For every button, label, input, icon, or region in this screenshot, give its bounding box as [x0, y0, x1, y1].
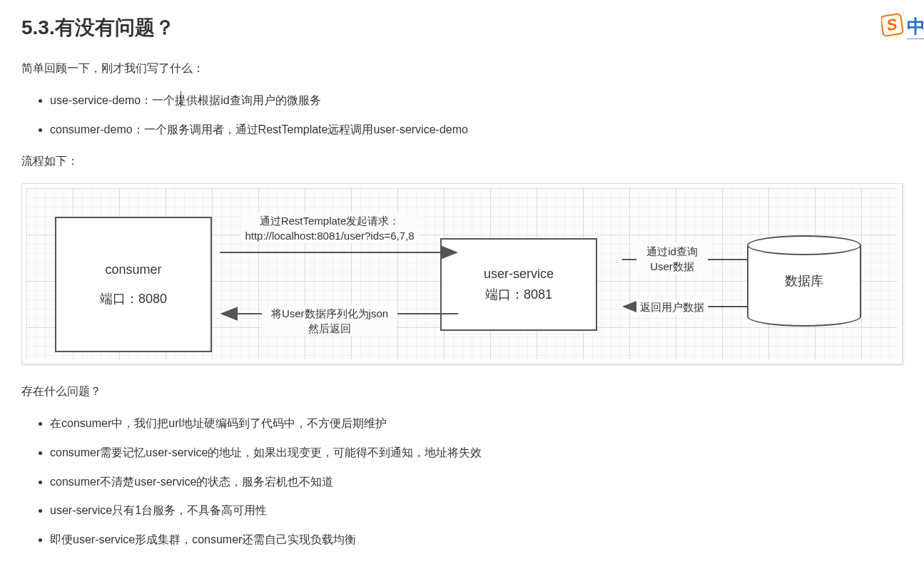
flow-label: 流程如下：	[21, 151, 903, 172]
database-label: 数据库	[785, 272, 823, 289]
document-content: 5.3.有没有问题？ 简单回顾一下，刚才我们写了什么： use-service-…	[0, 0, 924, 574]
section-heading: 5.3.有没有问题？	[21, 14, 903, 41]
architecture-diagram: consumer 端口：8080 user-service 端口：8081 数据…	[26, 188, 898, 359]
list-item: consumer不清楚user-service的状态，服务宕机也不知道	[50, 472, 903, 493]
diagram-container: consumer 端口：8080 user-service 端口：8081 数据…	[21, 183, 903, 364]
consumer-port: 端口：8080	[100, 289, 167, 309]
ime-underline	[907, 39, 924, 39]
problems-list: 在consumer中，我们把url地址硬编码到了代码中，不方便后期维护 cons…	[50, 414, 903, 550]
list-item: consumer-demo：一个服务调用者，通过RestTemplate远程调用…	[50, 120, 903, 140]
text-cursor	[181, 91, 181, 107]
ime-indicator: S 中	[881, 13, 924, 41]
intro-paragraph: 简单回顾一下，刚才我们写了什么：	[21, 58, 903, 79]
ime-mode-label: 中	[907, 14, 924, 39]
list-item: 即便user-service形成集群，consumer还需自己实现负载均衡	[50, 530, 903, 550]
list-item: user-service只有1台服务，不具备高可用性	[50, 501, 903, 521]
arrow-label-response2: 返回用户数据	[636, 299, 708, 314]
list-item: consumer需要记忆user-service的地址，如果出现变更，可能得不到…	[50, 443, 903, 463]
arrow-label-request2: 通过id查询 User数据	[636, 244, 708, 274]
arrow-label-request1: 通过RestTemplate发起请求： http://localhost:808…	[240, 213, 419, 243]
list-item: use-service-demo：一个提供根据id查询用户的微服务	[50, 91, 903, 111]
arrow-label-response1: 将User数据序列化为json 然后返回	[262, 306, 397, 336]
user-service-title: user-service	[484, 264, 554, 285]
ime-logo-icon: S	[881, 13, 904, 37]
problems-intro: 存在什么问题？	[21, 381, 903, 402]
database-cylinder: 数据库	[747, 245, 861, 317]
consumer-title: consumer	[105, 260, 161, 280]
summary-list: use-service-demo：一个提供根据id查询用户的微服务 consum…	[50, 91, 903, 140]
user-service-box: user-service 端口：8081	[440, 238, 597, 331]
consumer-box: consumer 端口：8080	[55, 217, 212, 352]
user-service-port: 端口：8081	[485, 285, 552, 305]
list-item: 在consumer中，我们把url地址硬编码到了代码中，不方便后期维护	[50, 414, 903, 434]
